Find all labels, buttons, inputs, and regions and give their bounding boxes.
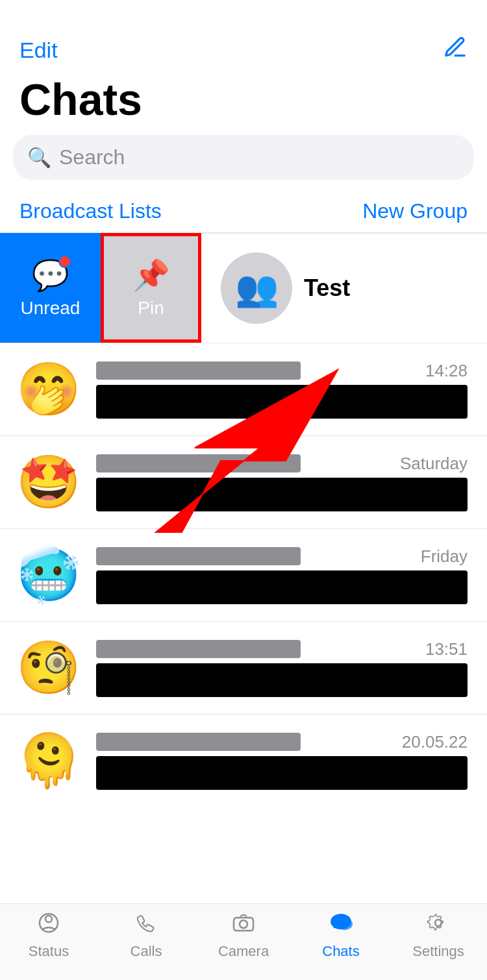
chat-time: 13:51: [425, 639, 468, 659]
status-icon: [37, 911, 60, 940]
tab-status[interactable]: Status: [0, 911, 97, 960]
header: Edit: [0, 0, 487, 71]
chat-message-bar: [96, 385, 468, 419]
tab-settings-label: Settings: [412, 943, 464, 960]
filter-row: 💬 Unread 📌 Pin 👥 Test: [0, 232, 487, 343]
chat-item[interactable]: 🤩 Saturday: [0, 435, 487, 528]
svg-point-2: [45, 916, 52, 922]
new-group-button[interactable]: New Group: [362, 199, 468, 223]
tab-camera[interactable]: Camera: [195, 911, 292, 960]
chat-avatar: 🧐: [13, 632, 84, 704]
pin-icon: 📌: [132, 258, 169, 293]
chat-avatar: 🥶: [13, 539, 84, 611]
unread-label: Unread: [21, 298, 81, 319]
chat-header-row: Saturday: [96, 454, 468, 474]
chat-name-bar: [96, 454, 301, 472]
chat-header-row: 20.05.22: [96, 732, 468, 752]
chat-header-row: 14:28: [96, 361, 468, 381]
chats-active-icon: [328, 911, 354, 940]
filter-unread-button[interactable]: 💬 Unread: [0, 233, 101, 343]
search-icon: 🔍: [27, 146, 51, 169]
page-title: Chats: [0, 71, 487, 135]
chat-avatar: 🫠: [13, 725, 84, 796]
chat-name-bar: [96, 640, 301, 658]
search-container: 🔍 Search: [0, 135, 487, 193]
tab-bar: Status Calls Camera Chats: [0, 903, 487, 980]
chat-content: Saturday: [96, 454, 468, 511]
chat-header-row: Friday: [96, 546, 468, 567]
chat-avatar: 🤩: [13, 447, 84, 518]
tab-status-label: Status: [29, 943, 69, 960]
tab-chats-label: Chats: [322, 943, 359, 960]
edit-button[interactable]: Edit: [19, 38, 58, 63]
chat-item[interactable]: 🥶 Friday: [0, 528, 487, 621]
calls-icon: [134, 911, 158, 940]
chat-content: 20.05.22: [96, 732, 468, 790]
chat-message-bar: [96, 756, 468, 790]
chat-avatar: 🤭: [13, 354, 84, 425]
tab-camera-label: Camera: [218, 943, 269, 960]
group-name: Test: [304, 275, 350, 302]
chat-time: Friday: [421, 546, 468, 567]
chat-content: 13:51: [96, 639, 468, 697]
svg-point-6: [337, 918, 353, 930]
chat-header-row: 13:51: [96, 639, 468, 659]
filter-pin-button[interactable]: 📌 Pin: [104, 236, 198, 339]
group-avatar-icon: 👥: [235, 268, 279, 309]
chat-name-bar: [96, 361, 301, 380]
pin-label: Pin: [138, 298, 164, 319]
tab-chats[interactable]: Chats: [292, 911, 390, 960]
camera-icon: [232, 911, 255, 940]
test-group-item[interactable]: 👥 Test: [201, 233, 487, 343]
actions-row: Broadcast Lists New Group: [0, 193, 487, 232]
chat-item[interactable]: 🧐 13:51: [0, 621, 487, 714]
chat-time: Saturday: [400, 454, 468, 474]
unread-chat-icon: 💬: [32, 258, 69, 293]
compose-icon[interactable]: [443, 35, 468, 65]
tab-settings[interactable]: Settings: [390, 911, 487, 960]
chat-content: Friday: [96, 546, 468, 604]
group-avatar: 👥: [221, 252, 292, 324]
chat-list: 🤭 14:28 🤩 Saturday 🥶: [0, 343, 487, 807]
chat-name-bar: [96, 733, 301, 751]
tab-calls[interactable]: Calls: [97, 911, 195, 960]
filter-pin-wrapper: 📌 Pin: [101, 233, 201, 343]
tab-calls-label: Calls: [131, 943, 162, 960]
chat-name-bar: [96, 547, 301, 565]
chat-time: 14:28: [425, 361, 468, 381]
chat-message-bar: [96, 570, 468, 604]
chat-item[interactable]: 🫠 20.05.22: [0, 714, 487, 807]
svg-point-4: [240, 920, 247, 928]
chat-message-bar: [96, 478, 468, 511]
chat-time: 20.05.22: [402, 732, 468, 752]
chat-message-bar: [96, 663, 468, 697]
search-input[interactable]: Search: [59, 145, 125, 169]
broadcast-lists-button[interactable]: Broadcast Lists: [19, 199, 162, 223]
unread-dot: [58, 255, 71, 268]
search-bar[interactable]: 🔍 Search: [13, 135, 474, 180]
chat-item[interactable]: 🤭 14:28: [0, 343, 487, 435]
chat-content: 14:28: [96, 361, 468, 419]
settings-icon: [427, 911, 450, 940]
